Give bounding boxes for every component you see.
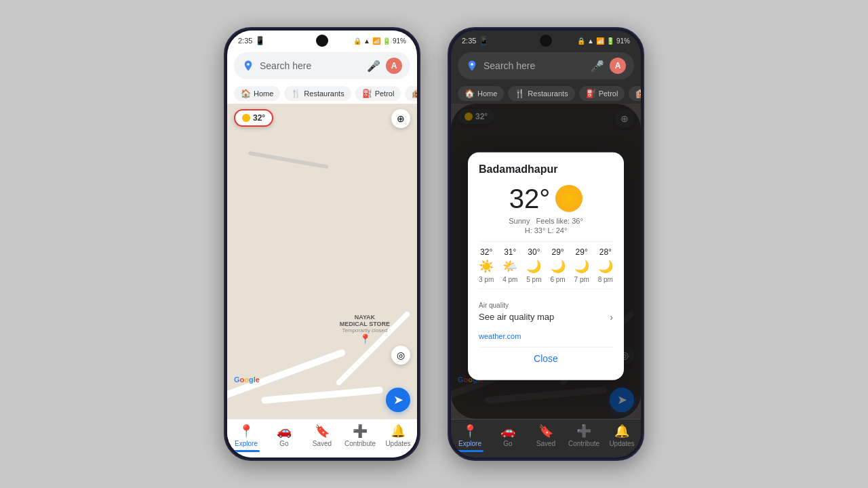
air-quality-row[interactable]: See air quality map › bbox=[479, 311, 613, 322]
time-7pm: 7 pm bbox=[574, 275, 589, 283]
close-button[interactable]: Close bbox=[479, 346, 613, 369]
time-4pm: 4 pm bbox=[502, 275, 517, 283]
time-8pm: 8 pm bbox=[598, 275, 613, 283]
contribute-icon-right: ➕ bbox=[576, 424, 591, 439]
icon-4pm: 🌤️ bbox=[502, 258, 517, 273]
camera-notch-right bbox=[540, 35, 552, 47]
nav-explore-right[interactable]: 📍 Explore bbox=[451, 424, 489, 452]
chip-home-left[interactable]: 🏠Home bbox=[234, 86, 280, 101]
search-placeholder-left: Search here bbox=[260, 60, 361, 71]
store-name: NAYAKMEDICAL STORE bbox=[340, 314, 390, 327]
status-time-right: 2:35 📱 bbox=[462, 36, 489, 45]
explore-indicator-left bbox=[233, 450, 260, 452]
temp-7pm: 29° bbox=[576, 247, 588, 256]
sun-icon-left bbox=[242, 114, 250, 122]
nav-contribute-right[interactable]: ➕ Contribute bbox=[565, 424, 603, 452]
icon-6pm: 🌙 bbox=[551, 258, 566, 273]
nav-updates-right[interactable]: 🔔 Updates bbox=[603, 424, 641, 452]
avatar-left[interactable]: A bbox=[386, 58, 402, 74]
search-placeholder-right: Search here bbox=[484, 60, 585, 71]
google-logo-left: Google bbox=[234, 375, 260, 384]
weather-forecast: 32° ☀️ 3 pm 31° 🌤️ 4 pm 30° 🌙 5 pm bbox=[479, 241, 613, 289]
location-btn-left[interactable]: ◎ bbox=[391, 346, 410, 365]
icon-3pm: ☀️ bbox=[479, 258, 494, 273]
feels-like-text: Feels like: 36° bbox=[536, 216, 583, 224]
svg-point-0 bbox=[247, 63, 250, 66]
nav-updates-left[interactable]: 🔔 Updates bbox=[379, 424, 417, 452]
saved-icon-left: 🔖 bbox=[315, 424, 330, 439]
chip-restaurants-left[interactable]: 🍴Restaurants bbox=[284, 86, 351, 101]
forecast-6pm: 29° 🌙 6 pm bbox=[550, 247, 565, 283]
saved-icon-right: 🔖 bbox=[538, 424, 553, 439]
air-quality-label: Air quality bbox=[479, 301, 613, 308]
condition-text: Sunny bbox=[509, 216, 530, 224]
weather-card: Badamadhapur 32° Sunny Feels like: 36° H… bbox=[468, 152, 624, 380]
mic-icon-left[interactable]: 🎤 bbox=[367, 60, 380, 73]
icon-8pm: 🌙 bbox=[598, 258, 613, 273]
chip-restaurants-right[interactable]: 🍴Restaurants bbox=[508, 86, 574, 101]
search-icons-left: 🎤 A bbox=[367, 58, 402, 74]
search-icons-right: 🎤 A bbox=[591, 58, 626, 74]
nav-saved-right[interactable]: 🔖 Saved bbox=[527, 424, 565, 452]
chip-home-right[interactable]: 🏠Home bbox=[458, 86, 504, 101]
updates-label-left: Updates bbox=[385, 440, 410, 447]
navigate-btn-left[interactable]: ➤ bbox=[386, 388, 410, 412]
updates-icon-left: 🔔 bbox=[391, 424, 406, 439]
explore-icon-left: 📍 bbox=[239, 424, 254, 439]
nav-contribute-left[interactable]: ➕ Contribute bbox=[341, 424, 379, 452]
mic-icon-right[interactable]: 🎤 bbox=[591, 60, 604, 73]
nav-go-right[interactable]: 🚗 Go bbox=[489, 424, 527, 452]
search-bar-right[interactable]: Search here 🎤 A bbox=[458, 52, 634, 79]
explore-icon-right: 📍 bbox=[462, 424, 477, 439]
contribute-label-left: Contribute bbox=[344, 440, 376, 447]
time-5pm: 5 pm bbox=[526, 275, 541, 283]
weather-source[interactable]: weather.com bbox=[479, 331, 613, 340]
status-icons-left: 🔒 ▲ 📶 🔋 91% bbox=[353, 37, 406, 45]
explore-label-left: Explore bbox=[235, 440, 258, 447]
forecast-3pm: 32° ☀️ 3 pm bbox=[479, 247, 494, 283]
map-label-nayak: NAYAKMEDICAL STORE Temporarily closed 📍 bbox=[340, 314, 390, 344]
forecast-5pm: 30° 🌙 5 pm bbox=[526, 247, 541, 283]
google-maps-icon-right bbox=[466, 60, 478, 72]
saved-label-left: Saved bbox=[313, 440, 332, 447]
map-right[interactable]: 32° ⊕ ◎ Google ➤ Badamadhapur bbox=[451, 104, 641, 419]
temp-4pm: 31° bbox=[504, 247, 516, 256]
bottom-nav-left: 📍 Explore 🚗 Go 🔖 Saved ➕ Contribute 🔔 Up… bbox=[227, 419, 417, 458]
weather-card-location: Badamadhapur bbox=[479, 163, 613, 175]
saved-label-right: Saved bbox=[536, 440, 555, 447]
air-quality-section: Air quality See air quality map › bbox=[479, 296, 613, 327]
go-label-right: Go bbox=[503, 440, 512, 447]
temp-8pm: 28° bbox=[599, 247, 612, 256]
chip-petrol-left[interactable]: ⛽Petrol bbox=[355, 86, 401, 101]
status-bar-right: 2:35 📱 🔒▲📶🔋 91% bbox=[451, 30, 641, 48]
updates-label-right: Updates bbox=[609, 440, 634, 447]
forecast-7pm: 29° 🌙 7 pm bbox=[574, 247, 589, 283]
map-left[interactable]: 32° ⊕ NAYAKMEDICAL STORE Temporarily clo… bbox=[227, 104, 417, 419]
avatar-right[interactable]: A bbox=[610, 58, 626, 74]
weather-bubble-left[interactable]: 32° bbox=[234, 109, 273, 127]
status-icons-right: 🔒▲📶🔋 91% bbox=[577, 37, 630, 45]
nav-go-left[interactable]: 🚗 Go bbox=[265, 424, 303, 452]
compass-left[interactable]: ⊕ bbox=[391, 109, 410, 128]
time-6pm: 6 pm bbox=[550, 275, 565, 283]
chip-hotels-right[interactable]: 🏨Hotels bbox=[629, 86, 641, 101]
time-left: 2:35 bbox=[238, 37, 252, 45]
chip-hotels-left[interactable]: 🏨Hotels bbox=[405, 86, 417, 101]
battery-left: 91% bbox=[393, 37, 406, 45]
time-right: 2:35 bbox=[462, 37, 476, 45]
navigate-icon-left: ➤ bbox=[393, 392, 403, 407]
nav-explore-left[interactable]: 📍 Explore bbox=[227, 424, 265, 452]
temp-3pm: 32° bbox=[480, 247, 492, 256]
air-quality-link: See air quality map bbox=[479, 312, 554, 322]
nav-saved-left[interactable]: 🔖 Saved bbox=[303, 424, 341, 452]
chevron-icon: › bbox=[610, 311, 613, 322]
weather-temp-left: 32° bbox=[253, 113, 265, 123]
explore-indicator-right bbox=[456, 450, 484, 452]
contribute-label-right: Contribute bbox=[568, 440, 599, 447]
chip-petrol-right[interactable]: ⛽Petrol bbox=[579, 86, 625, 101]
icon-5pm: 🌙 bbox=[526, 258, 541, 273]
go-icon-right: 🚗 bbox=[500, 424, 515, 439]
status-bar-left: 2:35 📱 🔒 ▲ 📶 🔋 91% bbox=[227, 30, 417, 48]
search-bar-left[interactable]: Search here 🎤 A bbox=[234, 52, 410, 79]
svg-point-1 bbox=[471, 63, 473, 66]
